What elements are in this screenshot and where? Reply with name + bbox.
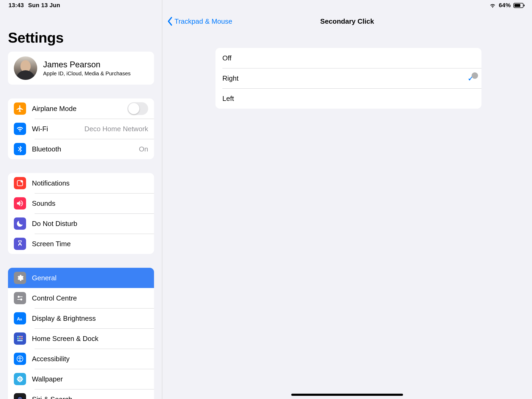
svg-rect-10 <box>21 336 23 337</box>
cursor-pointer <box>472 72 478 79</box>
svg-point-2 <box>18 296 20 298</box>
profile-card[interactable]: James Pearson Apple ID, iCloud, Media & … <box>8 52 154 85</box>
sidebar-item-dnd[interactable]: Do Not Disturb <box>8 213 154 234</box>
svg-point-25 <box>21 380 22 381</box>
svg-point-21 <box>21 378 23 380</box>
sidebar-item-siri[interactable]: Siri & Search <box>8 389 154 399</box>
back-button[interactable]: Trackpad & Mouse <box>167 17 232 26</box>
option-right[interactable]: Right ✓ <box>215 68 481 88</box>
sidebar-item-display[interactable]: AA Display & Brightness <box>8 308 154 328</box>
airplane-toggle[interactable] <box>127 102 148 115</box>
sidebar-item-control-centre[interactable]: Control Centre <box>8 288 154 308</box>
sidebar-item-screentime[interactable]: Screen Time <box>8 234 154 254</box>
notifications-icon <box>14 177 26 189</box>
sidebar-item-sounds[interactable]: Sounds <box>8 193 154 213</box>
sidebar-item-label: Sounds <box>32 199 148 208</box>
wifi-value: Deco Home Network <box>84 125 148 133</box>
sidebar-item-accessibility[interactable]: Accessibility <box>8 349 154 369</box>
sidebar-item-label: Control Centre <box>32 294 148 302</box>
sidebar-item-wallpaper[interactable]: Wallpaper <box>8 369 154 389</box>
battery-icon <box>513 3 523 8</box>
svg-point-1 <box>21 180 23 183</box>
svg-text:A: A <box>20 318 22 321</box>
sidebar-item-label: Do Not Disturb <box>32 220 148 228</box>
detail-pane: Trackpad & Mouse Secondary Click Off Rig… <box>162 0 532 399</box>
svg-point-17 <box>19 378 21 380</box>
sidebar-item-label: Siri & Search <box>32 395 148 399</box>
moon-icon <box>14 217 26 230</box>
status-right: 64% <box>489 2 523 9</box>
status-date: Sun 13 Jun <box>28 2 60 9</box>
airplane-icon <box>14 102 26 115</box>
sidebar-item-wifi[interactable]: Wi-Fi Deco Home Network <box>8 119 154 139</box>
sidebar-item-label: Home Screen & Dock <box>32 335 148 343</box>
back-label: Trackpad & Mouse <box>174 17 232 26</box>
svg-point-23 <box>21 377 22 378</box>
svg-point-20 <box>17 378 19 380</box>
home-indicator[interactable] <box>291 394 403 396</box>
sidebar-item-general[interactable]: General <box>8 268 154 288</box>
option-off[interactable]: Off <box>215 48 481 68</box>
svg-rect-14 <box>17 340 23 341</box>
siri-icon <box>14 393 26 399</box>
svg-rect-11 <box>17 338 19 339</box>
sidebar-item-label: Wallpaper <box>32 375 148 383</box>
settings-sidebar: Settings James Pearson Apple ID, iCloud,… <box>0 0 162 399</box>
grid-icon <box>14 332 26 345</box>
profile-name: James Pearson <box>43 60 131 69</box>
sidebar-item-bluetooth[interactable]: Bluetooth On <box>8 139 154 159</box>
wifi-settings-icon <box>14 123 26 135</box>
page-title: Settings <box>8 29 154 46</box>
sidebar-item-label: General <box>32 274 148 282</box>
sidebar-item-label: Notifications <box>32 179 148 187</box>
svg-text:A: A <box>17 316 20 321</box>
sidebar-item-label: Bluetooth <box>32 145 133 153</box>
status-time: 13:43 <box>9 2 24 9</box>
text-size-icon: AA <box>14 312 26 324</box>
sidebar-item-airplane[interactable]: Airplane Mode <box>8 98 154 119</box>
hourglass-icon <box>14 238 26 250</box>
battery-percent: 64% <box>499 2 511 9</box>
flower-icon <box>14 373 26 385</box>
chevron-left-icon <box>167 17 173 26</box>
secondary-click-options: Off Right ✓ Left <box>215 48 481 109</box>
detail-header: Trackpad & Mouse Secondary Click <box>162 13 532 29</box>
sidebar-item-notifications[interactable]: Notifications <box>8 173 154 193</box>
svg-point-19 <box>19 380 21 382</box>
svg-rect-12 <box>19 338 21 339</box>
sidebar-item-label: Screen Time <box>32 240 148 248</box>
svg-rect-9 <box>19 336 21 337</box>
option-label: Off <box>222 54 231 62</box>
avatar <box>14 56 37 80</box>
sidebar-item-label: Wi-Fi <box>32 125 78 133</box>
svg-rect-13 <box>21 338 23 339</box>
status-left: 13:43 Sun 13 Jun <box>9 2 60 9</box>
profile-subtitle: Apple ID, iCloud, Media & Purchases <box>43 71 131 77</box>
sliders-icon <box>14 292 26 304</box>
sidebar-item-homescreen[interactable]: Home Screen & Dock <box>8 328 154 349</box>
settings-group-device: General Control Centre AA Display & Brig… <box>8 268 154 399</box>
option-label: Left <box>222 94 234 103</box>
svg-point-16 <box>19 357 21 358</box>
svg-point-24 <box>18 380 19 381</box>
bluetooth-value: On <box>139 145 148 153</box>
settings-group-alerts: Notifications Sounds Do Not Disturb Scre… <box>8 173 154 254</box>
svg-point-4 <box>20 298 22 301</box>
accessibility-icon <box>14 353 26 365</box>
bluetooth-icon <box>14 143 26 155</box>
settings-group-connectivity: Airplane Mode Wi-Fi Deco Home Network Bl… <box>8 98 154 159</box>
status-bar: 13:43 Sun 13 Jun 64% <box>0 0 532 11</box>
svg-point-22 <box>18 377 19 378</box>
option-label: Right <box>222 74 239 83</box>
option-left[interactable]: Left <box>215 88 481 109</box>
gear-icon <box>14 272 26 284</box>
sidebar-item-label: Accessibility <box>32 355 148 363</box>
sidebar-item-label: Airplane Mode <box>32 105 122 113</box>
svg-rect-8 <box>17 336 19 337</box>
svg-rect-5 <box>17 299 20 300</box>
sidebar-item-label: Display & Brightness <box>32 314 148 323</box>
svg-point-18 <box>19 376 21 378</box>
sounds-icon <box>14 197 26 209</box>
svg-rect-3 <box>20 297 23 297</box>
wifi-icon <box>489 3 496 8</box>
